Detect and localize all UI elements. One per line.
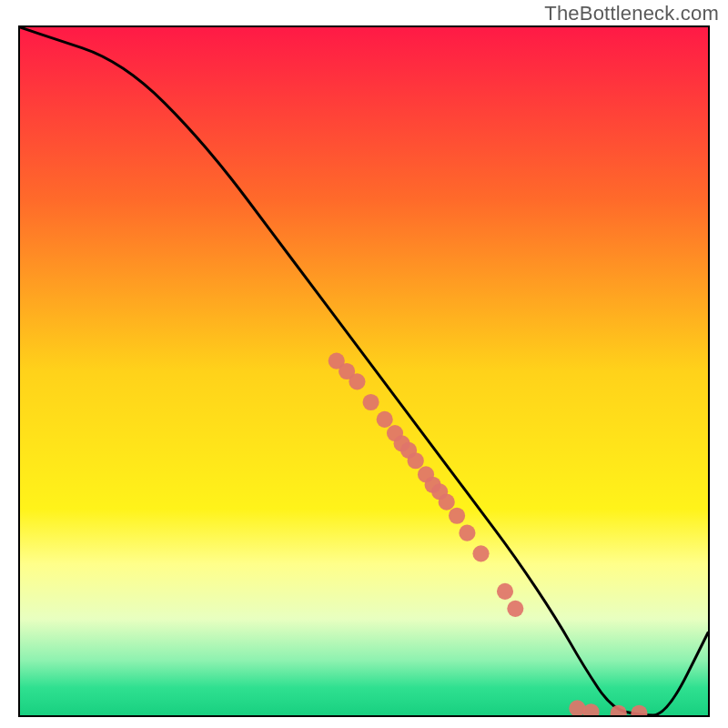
curve-layer [20,27,708,715]
data-point [377,411,393,428]
watermark-text: TheBottleneck.com [544,2,719,25]
data-point [439,494,455,511]
plot-frame [18,25,710,717]
data-point [507,601,523,617]
data-point [459,525,475,541]
data-point [349,373,365,389]
bottleneck-curve-path [20,27,708,715]
data-point [449,508,465,524]
chart-stage: TheBottleneck.com [0,0,728,728]
data-point [408,452,424,469]
data-point [362,394,379,410]
data-point [472,545,489,561]
data-point [582,703,599,715]
points-layer [329,353,648,715]
data-point [631,705,647,715]
plot-svg [20,27,708,715]
data-point [497,583,513,600]
